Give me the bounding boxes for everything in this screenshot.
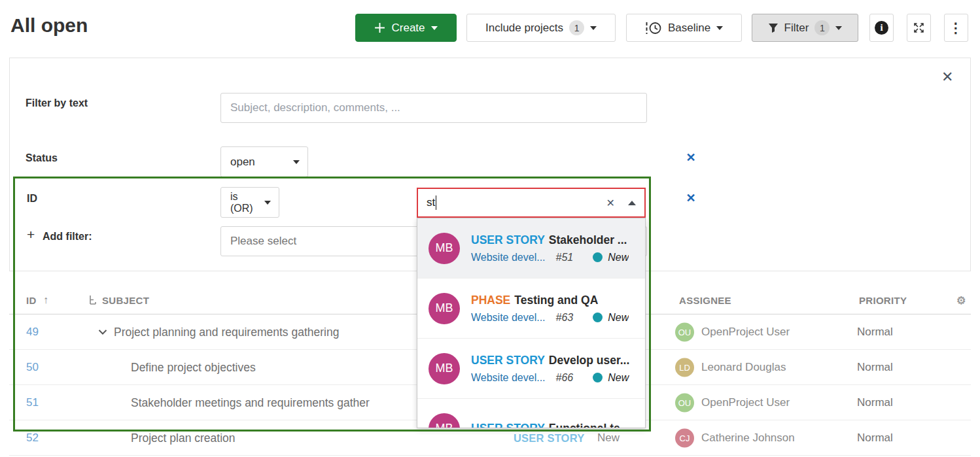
autocomplete-option[interactable]: MB USER STORYDevelop user... Website dev… xyxy=(417,339,645,399)
avatar: OU xyxy=(675,393,694,412)
work-package-id: #63 xyxy=(556,312,574,324)
option-meta: Website devel... #51 New xyxy=(471,252,629,263)
add-filter-placeholder: Please select xyxy=(230,235,296,248)
row-priority: Normal xyxy=(857,432,893,445)
chevron-down-icon[interactable] xyxy=(98,329,107,335)
status-dot-icon xyxy=(593,313,603,322)
work-package-subject: Functional te... xyxy=(549,422,629,428)
row-id-link[interactable]: 49 xyxy=(26,326,39,339)
filter-by-text-input[interactable] xyxy=(220,93,647,123)
column-header-assignee[interactable]: ASSIGNEE xyxy=(679,294,731,305)
table-settings-gear-icon[interactable]: ⚙ xyxy=(956,294,966,306)
status-dot-icon xyxy=(593,373,603,382)
create-button[interactable]: Create xyxy=(355,14,457,42)
autocomplete-dropdown: MB USER STORYStakeholder ... Website dev… xyxy=(417,218,646,428)
project-name: Website devel... xyxy=(471,372,546,384)
baseline-button[interactable]: Baseline xyxy=(626,14,742,42)
more-menu-button[interactable]: ⋮ xyxy=(944,14,968,42)
sort-ascending-icon[interactable]: ↑ xyxy=(43,294,48,306)
project-name: Website devel... xyxy=(471,252,546,263)
row-id-link[interactable]: 50 xyxy=(26,361,39,374)
filter-by-text-label: Filter by text xyxy=(26,97,88,109)
filter-count-badge: 1 xyxy=(814,20,830,35)
row-type: USER STORY xyxy=(514,432,584,444)
work-package-subject: Testing and QA xyxy=(514,294,598,307)
work-package-subject: Stakeholder ... xyxy=(549,233,627,246)
assignee-name: Catherine Johnson xyxy=(701,432,795,445)
fullscreen-button[interactable] xyxy=(907,14,931,42)
text-cursor xyxy=(436,195,436,210)
assignee-name: Leonard Douglas xyxy=(701,361,786,374)
id-filter-query-text: st xyxy=(427,196,435,209)
row-subject[interactable]: Project planning and requirements gather… xyxy=(114,325,339,339)
work-package-id: #66 xyxy=(556,372,574,384)
option-title: USER STORYFunctional te... xyxy=(471,422,629,428)
work-package-id: #51 xyxy=(556,252,574,263)
option-title: USER STORYStakeholder ... xyxy=(471,233,629,247)
status-filter-label: Status xyxy=(26,152,58,164)
filter-button[interactable]: Filter 1 xyxy=(752,14,858,42)
work-package-subject: Develop user... xyxy=(549,354,630,367)
option-meta: Website devel... #66 New xyxy=(471,372,629,384)
avatar: MB xyxy=(429,293,460,324)
row-priority: Normal xyxy=(857,326,893,339)
hierarchy-icon[interactable] xyxy=(88,295,97,305)
chevron-down-icon xyxy=(431,26,438,30)
chevron-down-icon xyxy=(835,26,842,30)
include-projects-button[interactable]: Include projects 1 xyxy=(466,14,616,42)
kebab-icon: ⋮ xyxy=(949,20,964,36)
info-icon: i xyxy=(875,21,888,35)
option-text: USER STORYDevelop user... Website devel.… xyxy=(471,354,629,384)
row-subject[interactable]: Project plan creation xyxy=(131,431,236,445)
column-header-id[interactable]: ID xyxy=(26,294,37,305)
chevron-up-icon[interactable] xyxy=(628,201,636,205)
id-filter-operator-select[interactable]: is (OR) xyxy=(220,187,279,218)
option-title: PHASETesting and QA xyxy=(471,294,629,307)
avatar: MB xyxy=(429,233,460,264)
option-text: USER STORYStakeholder ... Website devel.… xyxy=(471,233,629,263)
work-package-type: USER STORY xyxy=(471,233,545,246)
avatar: OU xyxy=(675,322,694,341)
row-priority: Normal xyxy=(857,396,893,409)
row-id-link[interactable]: 52 xyxy=(26,432,39,445)
close-filter-panel-button[interactable]: ✕ xyxy=(941,70,953,84)
assignee-name: OpenProject User xyxy=(701,396,790,409)
work-package-status: New xyxy=(608,372,629,384)
option-title: USER STORYDevelop user... xyxy=(471,354,629,367)
row-assignee-cell: CJ Catherine Johnson xyxy=(675,428,795,447)
status-filter-select[interactable]: open xyxy=(220,146,308,177)
column-header-priority[interactable]: PRIORITY xyxy=(859,294,907,305)
include-projects-label: Include projects xyxy=(485,22,563,35)
filter-label: Filter xyxy=(784,22,809,35)
row-subject[interactable]: Stakeholder meetings and requirements ga… xyxy=(131,396,370,409)
status-dot-icon xyxy=(593,252,603,262)
autocomplete-option[interactable]: MB PHASETesting and QA Website devel... … xyxy=(417,279,645,339)
create-button-label: Create xyxy=(391,22,425,35)
row-id-link[interactable]: 51 xyxy=(26,396,39,409)
add-filter-label: Add filter: xyxy=(43,231,92,243)
plus-icon xyxy=(374,22,385,33)
row-assignee-cell: OU OpenProject User xyxy=(675,322,790,341)
chevron-down-icon xyxy=(590,26,597,30)
page-title: All open xyxy=(10,14,88,37)
option-meta: Website devel... #63 New xyxy=(471,312,629,324)
work-package-type: USER STORY xyxy=(471,422,545,428)
remove-id-filter-button[interactable]: ✕ xyxy=(684,192,697,205)
chevron-down-icon xyxy=(293,160,300,164)
autocomplete-option[interactable]: MB USER STORYFunctional te... xyxy=(417,399,645,428)
remove-status-filter-button[interactable]: ✕ xyxy=(684,151,697,164)
clear-input-icon[interactable]: ✕ xyxy=(606,197,615,209)
work-package-type: USER STORY xyxy=(471,354,545,367)
row-subject[interactable]: Define project objectives xyxy=(131,360,256,374)
info-button[interactable]: i xyxy=(869,14,894,42)
id-filter-autocomplete-input[interactable]: st ✕ xyxy=(417,188,646,218)
row-assignee-cell: OU OpenProject User xyxy=(675,393,790,412)
autocomplete-option[interactable]: MB USER STORYStakeholder ... Website dev… xyxy=(417,218,645,279)
avatar: MB xyxy=(429,353,460,384)
openproject-work-packages-screen: All open Create Include projects 1 Basel… xyxy=(0,0,980,457)
column-header-subject[interactable]: SUBJECT xyxy=(102,294,149,305)
avatar: MB xyxy=(429,413,460,429)
status-filter-value: open xyxy=(230,156,255,169)
row-assignee-cell: LD Leonard Douglas xyxy=(675,358,786,377)
baseline-clock-icon xyxy=(645,21,662,35)
